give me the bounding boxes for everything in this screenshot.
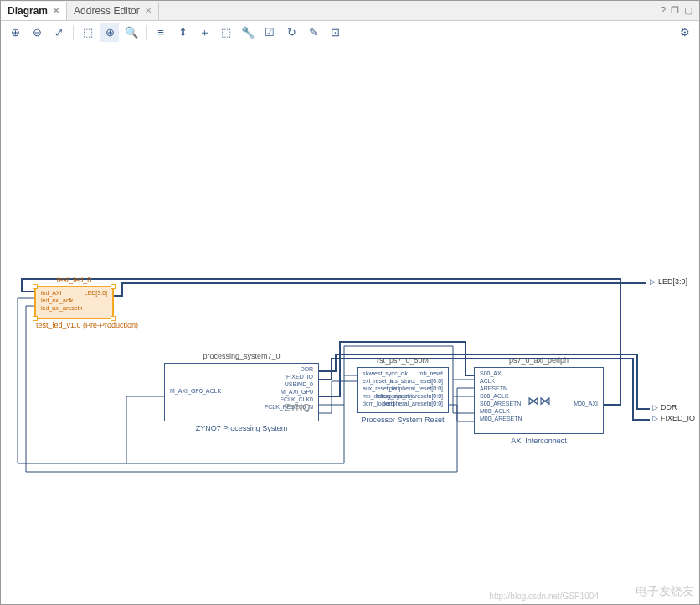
tab-label: Address Editor	[74, 5, 140, 17]
block-instance-name: processing_system7_0	[165, 352, 318, 360]
refresh-icon[interactable]: ↻	[282, 23, 301, 42]
zoom-out-icon[interactable]: ⊖	[28, 23, 46, 42]
expand-icon[interactable]: ⇕	[173, 23, 192, 42]
tab-diagram[interactable]: Diagram ✕	[1, 2, 67, 20]
block-footer: test_led_v1.0 (Pre-Production)	[36, 321, 112, 329]
port-label: M_AXI_GP0_ACLK	[167, 387, 224, 395]
wrench-icon[interactable]: 🔧	[239, 23, 257, 42]
block-footer: Processor System Reset	[358, 416, 448, 424]
toolbar: ⊕ ⊖ ⤢ ⬚ ⊕ 🔍 ≡ ⇕ ＋ ⬚ 🔧 ☑ ↻ ✎ ⊡ ⚙	[1, 21, 699, 44]
settings-icon[interactable]: ⚙	[676, 23, 694, 42]
port-label: ARESETN	[476, 385, 526, 392]
port-label: peripheral_reset[0:0]	[373, 385, 446, 392]
pin-icon[interactable]: ⊡	[326, 23, 344, 42]
external-port-led[interactable]: LED[3:0]	[650, 277, 687, 286]
external-port-fixed-io[interactable]: FIXED_IO	[652, 414, 695, 422]
search-icon[interactable]: 🔍	[122, 23, 141, 42]
save-icon[interactable]: ✎	[304, 23, 322, 42]
port-label: M00_ACLK	[476, 407, 526, 415]
external-port-ddr[interactable]: DDR	[652, 403, 677, 411]
port-label: LED[3:0]	[658, 277, 687, 286]
zoom-in-icon[interactable]: ⊕	[6, 23, 24, 42]
zoom-fit-icon[interactable]: ⤢	[49, 23, 68, 42]
close-icon[interactable]: ✕	[145, 6, 152, 15]
auto-fit-icon[interactable]: ⊕	[100, 23, 119, 42]
port-label: mb_reset	[373, 370, 446, 377]
restore-icon[interactable]: ❐	[671, 5, 679, 16]
block-proc-sys-reset[interactable]: rst_ps7_0_50M slowest_sync_clk ext_reset…	[357, 367, 449, 413]
tab-right-controls: ? ❐ ▢	[661, 5, 699, 16]
tab-bar: Diagram ✕ Address Editor ✕ ? ❐ ▢	[1, 1, 699, 21]
port-label: S00_ARESETN	[476, 400, 526, 407]
port-label: M00_ARESETN	[476, 415, 526, 422]
watermark-logo: 电子发烧友	[636, 584, 694, 599]
block-footer: ZYNQ7 Processing System	[165, 424, 318, 432]
port-label: S00_AXI	[476, 370, 526, 377]
block-test-led[interactable]: test_led_0 led_AXI led_axi_aclk led_axi_…	[34, 286, 114, 319]
port-label: peripheral_aresetn[0:0]	[373, 400, 446, 407]
block-zynq-ps[interactable]: processing_system7_0 M_AXI_GP0_ACLK DDR …	[164, 363, 319, 421]
port-label: led_axi_aclk	[38, 297, 85, 304]
port-label: M_AXI_GP0	[261, 388, 317, 396]
port-label: S00_ACLK	[476, 392, 526, 400]
port-label: DDR	[661, 403, 677, 411]
watermark-text: http://blog.csdn.net/GSP1004	[489, 592, 599, 601]
block-axi-interconnect[interactable]: ps7_0_axi_periph S00_AXI ACLK ARESETN S0…	[474, 367, 604, 434]
port-label: FIXED_IO	[661, 414, 695, 422]
tab-address-editor[interactable]: Address Editor ✕	[67, 2, 159, 20]
port-label: FIXED_IO	[261, 373, 317, 380]
validate-icon[interactable]: ☑	[260, 23, 279, 42]
group-icon[interactable]: ⬚	[217, 23, 235, 42]
block-instance-name: test_led_0	[36, 276, 112, 284]
port-label: bus_struct_reset[0:0]	[373, 377, 446, 385]
port-label: USBIND_0	[261, 380, 317, 388]
port-label: ACLK	[476, 377, 526, 385]
maximize-icon[interactable]: ▢	[684, 5, 692, 16]
zynq-logo: ZYNQ	[284, 402, 310, 412]
port-label: led_AXI	[38, 289, 85, 297]
collapse-icon[interactable]: ≡	[152, 23, 170, 42]
port-label: interconnect_aresetn[0:0]	[373, 392, 446, 400]
select-area-icon[interactable]: ⬚	[79, 23, 97, 42]
diagram-canvas[interactable]: test_led_0 led_AXI led_axi_aclk led_axi_…	[1, 44, 699, 604]
port-label: DDR	[261, 365, 317, 373]
port-label: M00_AXI	[570, 400, 601, 407]
axi-symbol-icon: ⋈⋈	[528, 394, 551, 407]
add-icon[interactable]: ＋	[195, 23, 214, 42]
port-label: led_axi_aresetn	[38, 304, 85, 312]
block-instance-name: rst_ps7_0_50M	[358, 356, 448, 365]
tab-label: Diagram	[8, 5, 48, 17]
block-instance-name: ps7_0_axi_periph	[475, 356, 603, 365]
close-icon[interactable]: ✕	[53, 6, 59, 15]
help-icon[interactable]: ?	[661, 5, 666, 16]
port-label: LED[3:0]	[81, 289, 111, 297]
block-footer: AXI Interconnect	[475, 437, 603, 445]
